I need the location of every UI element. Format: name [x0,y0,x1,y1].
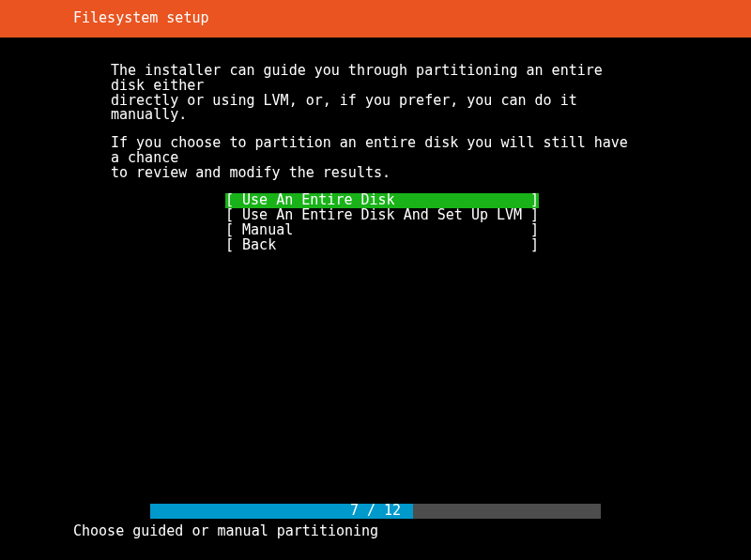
progress-area: 7 / 12 Choose guided or manual partition… [0,504,751,539]
installer-header: Filesystem setup [0,0,751,38]
hint-text: Choose guided or manual partitioning [0,524,751,539]
body-text: The installer can guide you through part… [0,38,638,180]
partition-menu: [ Use An Entire Disk ][ Use An Entire Di… [225,193,539,252]
menu-item-back[interactable]: [ Back ] [225,238,539,253]
progress-bar-bg: 7 / 12 [150,504,601,519]
page-title: Filesystem setup [73,11,209,26]
intro-paragraph-2: If you choose to partition an entire dis… [111,136,638,180]
intro-paragraph-1: The installer can guide you through part… [111,64,638,123]
progress-label: 7 / 12 [150,504,601,519]
